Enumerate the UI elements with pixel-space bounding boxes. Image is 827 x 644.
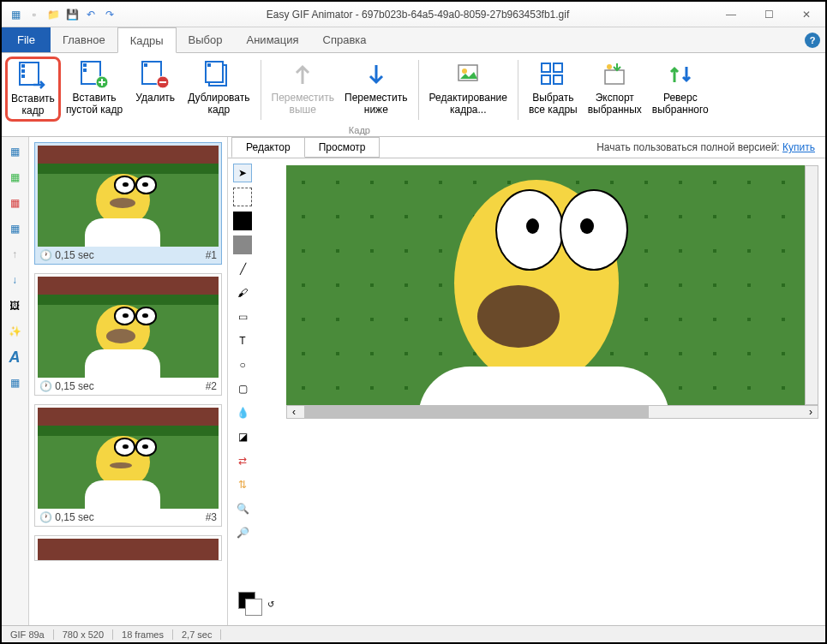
tool-edit-icon[interactable]: 🖼 (3, 295, 26, 317)
insert-empty-button[interactable]: Вставить пустой кадр (61, 57, 128, 122)
quick-access-toolbar: ▦ ▫ 📁 💾 ↶ ↷ (2, 8, 123, 21)
preview-tab[interactable]: Просмотр (304, 137, 381, 158)
svg-rect-19 (554, 75, 562, 84)
edit-tools: ➤ ╱ 🖌 ▭ T ○ ▢ 💧 ◪ ⇄ ⇅ 🔍 🔎 (228, 158, 279, 626)
marquee-tool-icon[interactable] (233, 188, 252, 206)
editor-tab[interactable]: Редактор (231, 137, 305, 158)
rounded-rect-tool-icon[interactable]: ▢ (233, 379, 252, 398)
move-down-icon (362, 60, 391, 89)
tool-down-icon[interactable]: ↓ (3, 269, 26, 291)
delete-frame-button[interactable]: Удалить (128, 57, 183, 122)
frame-time: 0,15 sec (55, 249, 93, 261)
buy-link[interactable]: Купить (782, 141, 815, 153)
zoom-out-icon[interactable]: 🔎 (233, 523, 252, 542)
menu-frames[interactable]: Кадры (117, 27, 177, 53)
frame-item[interactable]: 🕐 0,15 sec #2 (34, 273, 222, 396)
main-area: ▦ ▦ ▦ ▦ ↑ ↓ 🖼 ✨ A ▦ 🕐 0,15 sec #1 (2, 137, 825, 625)
menu-main[interactable]: Главное (51, 27, 117, 52)
canvas-wrap: ‹ › (279, 158, 825, 626)
tool-add-icon[interactable]: ▦ (3, 166, 26, 188)
frame-item[interactable]: 🕐 0,15 sec #3 (34, 404, 222, 527)
insert-frame-button[interactable]: Вставить кадр (5, 57, 61, 122)
delete-frame-icon (141, 60, 170, 89)
bg-color-swatch[interactable] (245, 599, 262, 616)
eyedropper-tool-icon[interactable]: 💧 (233, 403, 252, 422)
fill-bg-icon[interactable] (233, 236, 252, 254)
app-icon: ▦ (9, 8, 22, 21)
clock-icon: 🕐 (39, 511, 52, 523)
move-up-label: Переместить выше (272, 92, 335, 116)
menu-selection[interactable]: Выбор (177, 27, 235, 52)
insert-frame-icon (18, 61, 47, 90)
insert-empty-icon (80, 60, 109, 89)
status-duration: 2,7 sec (173, 629, 221, 640)
rect-tool-icon[interactable]: ▭ (233, 307, 252, 326)
select-all-label: Выбрать все кадры (529, 92, 578, 116)
open-icon[interactable]: 📁 (46, 8, 60, 21)
svg-rect-3 (21, 75, 25, 78)
move-down-button[interactable]: Переместить ниже (339, 57, 413, 122)
vertical-scrollbar[interactable] (805, 165, 818, 405)
edit-frame-label: Редактирование кадра... (429, 92, 507, 116)
redo-icon[interactable]: ↷ (103, 8, 117, 21)
tool-wand-icon[interactable]: ✨ (3, 320, 26, 343)
select-all-button[interactable]: Выбрать все кадры (524, 57, 583, 122)
file-menu[interactable]: File (2, 27, 51, 52)
svg-rect-9 (144, 63, 147, 67)
menu-animation[interactable]: Анимация (235, 27, 311, 52)
frame-meta: 🕐 0,15 sec #3 (38, 509, 219, 523)
tool-remove-icon[interactable]: ▦ (3, 192, 26, 214)
horizontal-scrollbar[interactable]: ‹ › (286, 405, 818, 419)
svg-rect-13 (207, 63, 211, 67)
frame-thumbnail (38, 277, 219, 378)
frame-item[interactable] (34, 535, 222, 561)
export-icon (600, 60, 629, 89)
minimize-button[interactable]: — (712, 2, 750, 27)
duplicate-frame-label: Дублировать кадр (188, 92, 249, 116)
frame-thumbnail (38, 146, 219, 247)
canvas[interactable] (286, 165, 805, 405)
tool-text-icon[interactable]: A (3, 346, 26, 368)
svg-rect-5 (83, 63, 87, 67)
tool-up-icon[interactable]: ↑ (3, 243, 26, 265)
swap-colors-icon[interactable]: ↺ (267, 599, 274, 609)
export-selected-button[interactable]: Экспорт выбранных (583, 57, 647, 122)
brush-tool-icon[interactable]: 🖌 (233, 283, 252, 302)
svg-point-15 (462, 69, 467, 74)
menubar: File Главное Кадры Выбор Анимация Справк… (2, 27, 825, 53)
status-format: GIF 89a (2, 629, 54, 640)
duplicate-frame-button[interactable]: Дублировать кадр (183, 57, 255, 122)
statusbar: GIF 89a 780 x 520 18 frames 2,7 sec (2, 625, 825, 642)
reverse-button[interactable]: Реверс выбранного (647, 57, 714, 122)
clock-icon: 🕐 (39, 380, 52, 392)
eraser-tool-icon[interactable]: ◪ (233, 427, 252, 446)
maximize-button[interactable]: ☐ (750, 2, 788, 27)
undo-icon[interactable]: ↶ (84, 8, 98, 21)
help-icon[interactable]: ? (805, 33, 820, 48)
duplicate-frame-icon (204, 60, 233, 89)
reverse-label: Реверс выбранного (652, 92, 709, 116)
svg-rect-2 (21, 69, 25, 73)
trial-message: Начать пользоваться полной версией: Купи… (590, 141, 822, 153)
close-button[interactable]: ✕ (788, 2, 825, 27)
flip-h-icon[interactable]: ⇄ (233, 451, 252, 470)
new-icon[interactable]: ▫ (27, 8, 41, 21)
line-tool-icon[interactable]: ╱ (233, 259, 252, 278)
tool-dup-icon[interactable]: ▦ (3, 218, 26, 240)
edit-frame-button[interactable]: Редактирование кадра... (424, 57, 512, 122)
frame-number: #1 (206, 249, 217, 261)
flip-v-icon[interactable]: ⇅ (233, 475, 252, 494)
pointer-tool-icon[interactable]: ➤ (233, 164, 252, 182)
fill-fg-icon[interactable] (233, 212, 252, 230)
menu-help[interactable]: Справка (311, 27, 379, 52)
text-tool-icon[interactable]: T (233, 331, 252, 350)
move-up-button[interactable]: Переместить выше (267, 57, 340, 122)
frames-panel[interactable]: 🕐 0,15 sec #1 🕐 0,15 sec #2 (29, 137, 228, 625)
ellipse-tool-icon[interactable]: ○ (233, 355, 252, 374)
tool-insert-icon[interactable]: ▦ (3, 140, 26, 163)
zoom-in-icon[interactable]: 🔍 (233, 499, 252, 518)
save-icon[interactable]: 💾 (65, 8, 79, 21)
color-picker: ↺ (233, 587, 279, 621)
tool-grid-icon[interactable]: ▦ (3, 372, 26, 394)
frame-item[interactable]: 🕐 0,15 sec #1 (34, 142, 222, 265)
